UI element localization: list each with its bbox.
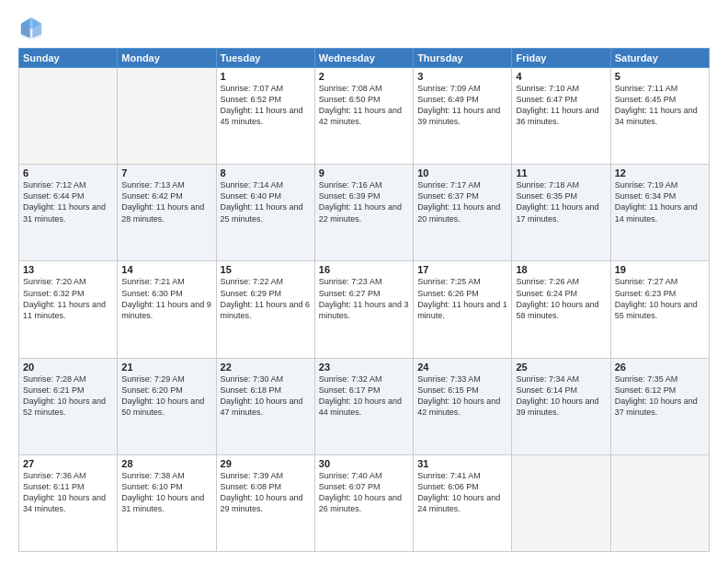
day-number: 22 bbox=[221, 362, 311, 373]
weekday-friday: Friday bbox=[512, 49, 610, 68]
day-cell: 27Sunrise: 7:36 AMSunset: 6:11 PMDayligh… bbox=[19, 454, 118, 551]
week-row-1: 1Sunrise: 7:07 AMSunset: 6:52 PMDaylight… bbox=[19, 68, 710, 165]
day-cell: 31Sunrise: 7:41 AMSunset: 6:06 PMDayligh… bbox=[414, 454, 512, 551]
header bbox=[18, 15, 710, 40]
day-cell: 7Sunrise: 7:13 AMSunset: 6:42 PMDaylight… bbox=[118, 165, 216, 261]
day-cell: 19Sunrise: 7:27 AMSunset: 6:23 PMDayligh… bbox=[610, 261, 709, 358]
day-info: Sunrise: 7:30 AMSunset: 6:18 PMDaylight:… bbox=[221, 373, 311, 419]
day-cell: 23Sunrise: 7:32 AMSunset: 6:17 PMDayligh… bbox=[314, 358, 413, 454]
day-info: Sunrise: 7:10 AMSunset: 6:47 PMDaylight:… bbox=[516, 83, 606, 128]
day-info: Sunrise: 7:23 AMSunset: 6:27 PMDaylight:… bbox=[319, 276, 409, 321]
day-info: Sunrise: 7:40 AMSunset: 6:07 PMDaylight:… bbox=[319, 470, 409, 515]
day-info: Sunrise: 7:25 AMSunset: 6:26 PMDaylight:… bbox=[417, 276, 507, 321]
day-number: 5 bbox=[615, 71, 705, 82]
day-info: Sunrise: 7:19 AMSunset: 6:34 PMDaylight:… bbox=[615, 179, 705, 224]
day-number: 29 bbox=[221, 458, 311, 469]
day-info: Sunrise: 7:11 AMSunset: 6:45 PMDaylight:… bbox=[615, 83, 705, 128]
day-cell: 10Sunrise: 7:17 AMSunset: 6:37 PMDayligh… bbox=[414, 165, 512, 261]
day-number: 26 bbox=[615, 362, 705, 373]
day-info: Sunrise: 7:13 AMSunset: 6:42 PMDaylight:… bbox=[121, 179, 211, 224]
week-row-3: 13Sunrise: 7:20 AMSunset: 6:32 PMDayligh… bbox=[19, 261, 710, 358]
day-number: 12 bbox=[615, 167, 705, 178]
day-number: 6 bbox=[23, 167, 113, 178]
day-info: Sunrise: 7:18 AMSunset: 6:35 PMDaylight:… bbox=[516, 179, 606, 224]
day-cell bbox=[19, 68, 118, 165]
day-cell: 6Sunrise: 7:12 AMSunset: 6:44 PMDaylight… bbox=[19, 165, 118, 261]
day-info: Sunrise: 7:14 AMSunset: 6:40 PMDaylight:… bbox=[221, 179, 311, 224]
day-cell: 16Sunrise: 7:23 AMSunset: 6:27 PMDayligh… bbox=[314, 261, 413, 358]
day-info: Sunrise: 7:34 AMSunset: 6:14 PMDaylight:… bbox=[516, 373, 606, 419]
day-info: Sunrise: 7:09 AMSunset: 6:49 PMDaylight:… bbox=[417, 83, 507, 128]
day-cell: 18Sunrise: 7:26 AMSunset: 6:24 PMDayligh… bbox=[512, 261, 610, 358]
day-info: Sunrise: 7:26 AMSunset: 6:24 PMDaylight:… bbox=[516, 276, 606, 321]
day-cell: 8Sunrise: 7:14 AMSunset: 6:40 PMDaylight… bbox=[216, 165, 314, 261]
day-number: 4 bbox=[516, 71, 606, 82]
day-number: 9 bbox=[319, 167, 409, 178]
day-info: Sunrise: 7:08 AMSunset: 6:50 PMDaylight:… bbox=[319, 83, 409, 128]
day-cell bbox=[610, 454, 709, 551]
day-cell: 1Sunrise: 7:07 AMSunset: 6:52 PMDaylight… bbox=[216, 68, 314, 165]
day-number: 23 bbox=[319, 362, 409, 373]
day-number: 28 bbox=[121, 458, 211, 469]
day-info: Sunrise: 7:21 AMSunset: 6:30 PMDaylight:… bbox=[121, 276, 211, 321]
logo-icon bbox=[18, 15, 44, 40]
day-cell: 28Sunrise: 7:38 AMSunset: 6:10 PMDayligh… bbox=[118, 454, 216, 551]
day-number: 11 bbox=[516, 167, 606, 178]
day-cell: 24Sunrise: 7:33 AMSunset: 6:15 PMDayligh… bbox=[414, 358, 512, 454]
day-cell: 21Sunrise: 7:29 AMSunset: 6:20 PMDayligh… bbox=[118, 358, 216, 454]
day-info: Sunrise: 7:27 AMSunset: 6:23 PMDaylight:… bbox=[615, 276, 705, 321]
weekday-saturday: Saturday bbox=[610, 49, 709, 68]
day-number: 18 bbox=[516, 264, 606, 275]
day-info: Sunrise: 7:39 AMSunset: 6:08 PMDaylight:… bbox=[221, 470, 311, 515]
day-number: 7 bbox=[121, 167, 211, 178]
day-cell bbox=[512, 454, 610, 551]
day-cell: 30Sunrise: 7:40 AMSunset: 6:07 PMDayligh… bbox=[314, 454, 413, 551]
day-number: 21 bbox=[121, 362, 211, 373]
day-cell: 2Sunrise: 7:08 AMSunset: 6:50 PMDaylight… bbox=[314, 68, 413, 165]
day-number: 8 bbox=[221, 167, 311, 178]
weekday-monday: Monday bbox=[118, 49, 216, 68]
day-number: 16 bbox=[319, 264, 409, 275]
day-info: Sunrise: 7:17 AMSunset: 6:37 PMDaylight:… bbox=[417, 179, 507, 224]
day-cell: 11Sunrise: 7:18 AMSunset: 6:35 PMDayligh… bbox=[512, 165, 610, 261]
day-cell: 17Sunrise: 7:25 AMSunset: 6:26 PMDayligh… bbox=[414, 261, 512, 358]
day-number: 10 bbox=[417, 167, 507, 178]
calendar: SundayMondayTuesdayWednesdayThursdayFrid… bbox=[18, 48, 710, 552]
weekday-header-row: SundayMondayTuesdayWednesdayThursdayFrid… bbox=[19, 49, 710, 68]
day-cell: 20Sunrise: 7:28 AMSunset: 6:21 PMDayligh… bbox=[19, 358, 118, 454]
weekday-sunday: Sunday bbox=[19, 49, 118, 68]
day-cell: 5Sunrise: 7:11 AMSunset: 6:45 PMDaylight… bbox=[610, 68, 709, 165]
day-number: 19 bbox=[615, 264, 705, 275]
day-info: Sunrise: 7:07 AMSunset: 6:52 PMDaylight:… bbox=[221, 83, 311, 128]
day-info: Sunrise: 7:28 AMSunset: 6:21 PMDaylight:… bbox=[23, 373, 113, 419]
day-number: 30 bbox=[319, 458, 409, 469]
day-number: 3 bbox=[417, 71, 507, 82]
day-number: 24 bbox=[417, 362, 507, 373]
day-cell: 3Sunrise: 7:09 AMSunset: 6:49 PMDaylight… bbox=[414, 68, 512, 165]
day-cell: 9Sunrise: 7:16 AMSunset: 6:39 PMDaylight… bbox=[314, 165, 413, 261]
day-number: 20 bbox=[23, 362, 113, 373]
day-number: 14 bbox=[121, 264, 211, 275]
day-cell: 25Sunrise: 7:34 AMSunset: 6:14 PMDayligh… bbox=[512, 358, 610, 454]
day-cell: 14Sunrise: 7:21 AMSunset: 6:30 PMDayligh… bbox=[118, 261, 216, 358]
day-info: Sunrise: 7:22 AMSunset: 6:29 PMDaylight:… bbox=[221, 276, 311, 321]
week-row-5: 27Sunrise: 7:36 AMSunset: 6:11 PMDayligh… bbox=[19, 454, 710, 551]
day-number: 1 bbox=[221, 71, 311, 82]
day-cell bbox=[118, 68, 216, 165]
day-info: Sunrise: 7:16 AMSunset: 6:39 PMDaylight:… bbox=[319, 179, 409, 224]
day-info: Sunrise: 7:33 AMSunset: 6:15 PMDaylight:… bbox=[417, 373, 507, 419]
day-number: 27 bbox=[23, 458, 113, 469]
weekday-tuesday: Tuesday bbox=[216, 49, 314, 68]
weekday-thursday: Thursday bbox=[414, 49, 512, 68]
day-info: Sunrise: 7:29 AMSunset: 6:20 PMDaylight:… bbox=[121, 373, 211, 419]
day-cell: 15Sunrise: 7:22 AMSunset: 6:29 PMDayligh… bbox=[216, 261, 314, 358]
day-cell: 29Sunrise: 7:39 AMSunset: 6:08 PMDayligh… bbox=[216, 454, 314, 551]
day-number: 13 bbox=[23, 264, 113, 275]
day-number: 25 bbox=[516, 362, 606, 373]
day-info: Sunrise: 7:20 AMSunset: 6:32 PMDaylight:… bbox=[23, 276, 113, 321]
logo bbox=[18, 15, 48, 40]
day-number: 15 bbox=[221, 264, 311, 275]
day-info: Sunrise: 7:38 AMSunset: 6:10 PMDaylight:… bbox=[121, 470, 211, 515]
day-info: Sunrise: 7:35 AMSunset: 6:12 PMDaylight:… bbox=[615, 373, 705, 419]
day-number: 17 bbox=[417, 264, 507, 275]
